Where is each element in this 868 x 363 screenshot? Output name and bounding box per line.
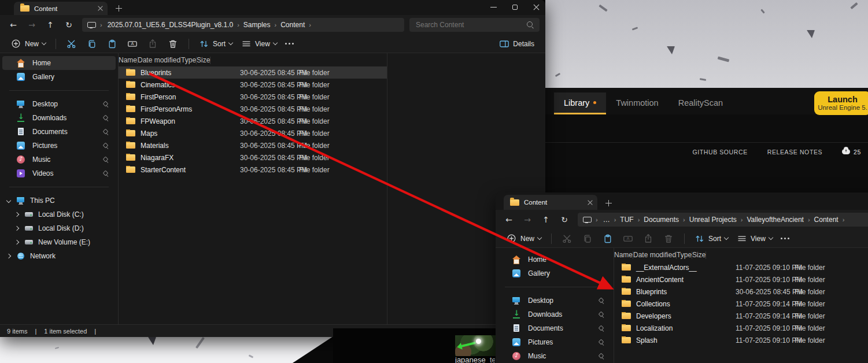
column-header[interactable]: Size: [692, 251, 706, 259]
forward-button[interactable]: →: [23, 20, 40, 29]
sidebar-item[interactable]: Gallery: [2, 70, 116, 84]
sort-button[interactable]: Sort: [195, 36, 237, 51]
maximize-icon[interactable]: [512, 4, 518, 10]
new-tab-icon[interactable]: [116, 5, 122, 12]
copy-button[interactable]: [82, 36, 102, 51]
breadcrumb-item[interactable]: Unreal Projects: [688, 216, 738, 224]
chevron-icon[interactable]: [14, 226, 19, 231]
file-row[interactable]: Maps 30-06-2025 08:45 PM File folder: [119, 127, 387, 139]
file-row[interactable]: Splash 11-07-2025 09:10 PM File folder: [614, 334, 868, 346]
file-row[interactable]: Localization 11-07-2025 09:10 PM File fo…: [614, 322, 868, 334]
sidebar-item[interactable]: Gallery: [498, 266, 611, 280]
file-row[interactable]: FirstPersonArms 30-06-2025 08:45 PM File…: [119, 103, 387, 115]
new-button[interactable]: New: [503, 231, 545, 246]
paste-button[interactable]: [102, 36, 122, 51]
sidebar-item[interactable]: Documents: [2, 125, 116, 139]
column-header[interactable]: Type: [181, 57, 197, 64]
share-button[interactable]: [638, 231, 658, 246]
refresh-button[interactable]: ↻: [60, 20, 77, 29]
column-header[interactable]: Name: [119, 57, 138, 64]
rename-button[interactable]: A: [123, 36, 142, 51]
sort-button[interactable]: Sort: [690, 231, 732, 246]
breadcrumb-item[interactable]: TUF: [618, 216, 635, 224]
copy-button[interactable]: [578, 231, 597, 246]
sidebar-tree-item[interactable]: Local Disk (D:): [2, 221, 116, 235]
delete-button[interactable]: [163, 36, 183, 51]
sidebar-item[interactable]: Music: [498, 349, 611, 363]
sidebar-item[interactable]: Desktop: [2, 97, 116, 111]
sidebar-item[interactable]: Pictures: [2, 139, 116, 153]
column-header[interactable]: Date modified: [633, 251, 677, 259]
sidebar-item[interactable]: Desktop: [498, 294, 611, 308]
more-options-icon[interactable]: [781, 238, 791, 240]
github-source-link[interactable]: GITHUB SOURCE: [692, 149, 747, 155]
tab-close-icon[interactable]: [98, 6, 103, 11]
download-counter[interactable]: 25: [842, 149, 861, 155]
chevron-icon[interactable]: [6, 198, 11, 203]
column-header[interactable]: Type: [677, 251, 692, 259]
file-row[interactable]: Cinematics 30-06-2025 08:45 PM File fold…: [119, 79, 387, 91]
sidebar-item[interactable]: Downloads: [2, 111, 116, 125]
minimize-icon[interactable]: [490, 4, 497, 10]
file-row[interactable]: StarterContent 30-06-2025 08:45 PM File …: [119, 164, 387, 176]
sidebar-item[interactable]: Home: [498, 253, 611, 266]
file-row[interactable]: Materials 30-06-2025 08:45 PM File folde…: [119, 139, 387, 151]
breadcrumb-item[interactable]: Content: [812, 216, 840, 224]
sidebar-item[interactable]: Music: [2, 153, 116, 166]
breadcrumb-item[interactable]: …: [601, 216, 612, 224]
sidebar-item[interactable]: Documents: [498, 321, 611, 335]
up-button[interactable]: ↑: [42, 20, 59, 29]
file-row[interactable]: __ExternalActors__ 11-07-2025 09:10 PM F…: [614, 261, 868, 273]
explorer-tab[interactable]: Content: [14, 2, 108, 15]
breadcrumb-item[interactable]: Content: [279, 21, 306, 29]
breadcrumb-item[interactable]: Samples: [242, 21, 272, 29]
column-header[interactable]: Size: [197, 57, 210, 64]
view-button[interactable]: View: [237, 36, 281, 51]
breadcrumb-item[interactable]: 2025.07.01_UE5.6_DLSS4Plugin_v8.1.0: [106, 21, 235, 29]
new-tab-icon[interactable]: [605, 200, 612, 206]
chevron-icon[interactable]: [14, 212, 19, 217]
sidebar-tree-item[interactable]: Local Disk (C:): [2, 208, 116, 221]
breadcrumb-item[interactable]: ValleyoftheAncient: [745, 216, 806, 224]
details-button[interactable]: Details: [495, 36, 538, 51]
explorer-tab[interactable]: Content: [504, 195, 597, 210]
desktop-thumbnail[interactable]: [455, 335, 496, 356]
sidebar-item[interactable]: Pictures: [498, 335, 611, 349]
sidebar-item[interactable]: Videos: [2, 166, 116, 180]
chevron-icon[interactable]: [6, 254, 11, 258]
file-row[interactable]: Blueprints 30-06-2025 08:45 PM File fold…: [119, 66, 387, 79]
file-row[interactable]: FPWeapon 30-06-2025 08:45 PM File folder: [119, 115, 387, 127]
search-input[interactable]: [415, 20, 527, 29]
file-row[interactable]: Blueprints 30-06-2025 08:45 PM File fold…: [614, 286, 868, 298]
close-icon[interactable]: [533, 4, 540, 10]
back-button[interactable]: ←: [5, 20, 22, 29]
release-notes-link[interactable]: RELEASE NOTES: [767, 149, 822, 155]
cut-button[interactable]: [62, 36, 82, 51]
sidebar-tree-item[interactable]: Network: [2, 249, 116, 263]
tab-close-icon[interactable]: [588, 200, 593, 205]
epic-tab[interactable]: Twinmotion: [606, 92, 668, 114]
more-options-icon[interactable]: [285, 43, 296, 45]
cut-button[interactable]: [557, 231, 577, 246]
rename-button[interactable]: A: [618, 231, 638, 246]
delete-button[interactable]: [659, 231, 678, 246]
launch-button[interactable]: Launch Unreal Engine 5.: [814, 91, 868, 115]
chevron-icon[interactable]: [14, 240, 19, 245]
column-header[interactable]: Name: [614, 251, 633, 259]
address-bar[interactable]: › 2025.07.01_UE5.6_DLSS4Plugin_v8.1.0 › …: [82, 18, 404, 32]
address-bar[interactable]: › … › TUF › Do: [578, 213, 868, 227]
file-row[interactable]: Collections 11-07-2025 09:14 PM File fol…: [614, 298, 868, 310]
sidebar-item[interactable]: Downloads: [498, 308, 611, 321]
epic-tab[interactable]: Library: [554, 92, 606, 114]
view-button[interactable]: View: [733, 231, 777, 246]
paste-button[interactable]: [598, 231, 618, 246]
file-row[interactable]: FirstPerson 30-06-2025 08:45 PM File fol…: [119, 91, 387, 103]
file-row[interactable]: NiagaraFX 30-06-2025 08:45 PM File folde…: [119, 151, 387, 164]
column-header[interactable]: Date modified: [138, 57, 181, 64]
sidebar-item[interactable]: Home: [2, 56, 116, 70]
refresh-button[interactable]: ↻: [556, 215, 573, 224]
up-button[interactable]: ↑: [537, 215, 555, 224]
file-row[interactable]: Developers 11-07-2025 09:14 PM File fold…: [614, 310, 868, 322]
file-row[interactable]: AncientContent 11-07-2025 09:10 PM File …: [614, 273, 868, 286]
back-button[interactable]: ←: [500, 215, 518, 224]
